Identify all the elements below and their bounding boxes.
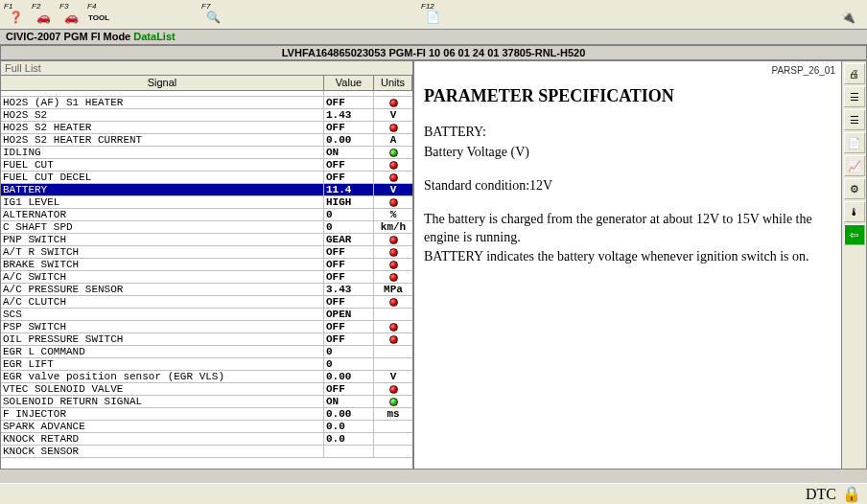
signal-cell: HO2S S2 HEATER CURRENT	[1, 134, 324, 146]
unit-cell	[374, 383, 412, 395]
unit-cell: ms	[374, 408, 412, 420]
signal-cell: A/C SWITCH	[1, 271, 324, 283]
f1-help-button[interactable]: F1❓	[2, 2, 29, 27]
status-dot-icon	[389, 398, 398, 406]
signal-cell: EGR L COMMAND	[1, 346, 324, 357]
f12-button[interactable]: F12📄	[419, 2, 446, 27]
status-dot-icon	[389, 173, 398, 182]
exit-button[interactable]: ⇦	[844, 224, 865, 245]
table-row[interactable]: HO2S S2 HEATEROFF	[1, 122, 412, 134]
table-row[interactable]: VTEC SOLENOID VALVEOFF	[1, 383, 412, 396]
f2-car-button[interactable]: F2🚗	[30, 2, 57, 27]
col-units[interactable]: Units	[374, 76, 412, 90]
signal-cell: C SHAFT SPD	[1, 221, 324, 233]
table-row[interactable]: PNP SWITCHGEAR	[1, 234, 412, 246]
table-row[interactable]: EGR valve position sensor (EGR VLS)0.00V	[1, 371, 412, 383]
table-row[interactable]: PSP SWITCHOFF	[1, 321, 412, 333]
status-dot-icon	[389, 161, 398, 170]
signal-cell: FUEL CUT DECEL	[1, 172, 324, 183]
value-cell: 0	[324, 221, 374, 233]
value-cell: 0.0	[324, 421, 374, 432]
settings-button[interactable]: ⚙	[844, 178, 865, 199]
graph-button[interactable]: 📈	[844, 155, 865, 176]
list2-button[interactable]: ☰	[844, 109, 865, 130]
list-icon: ☰	[850, 91, 859, 103]
table-row[interactable]: OIL PRESSURE SWITCHOFF	[1, 333, 412, 346]
unit-cell	[374, 172, 412, 183]
doc-button[interactable]: 📄	[844, 132, 865, 153]
vin-header: LVHFA164865023053 PGM-FI 10 06 01 24 01 …	[0, 45, 867, 60]
temp-button[interactable]: 🌡	[844, 201, 865, 222]
table-row[interactable]: IDLINGON	[1, 147, 412, 159]
status-dot-icon	[389, 248, 398, 257]
f7-search-button[interactable]: F7🔍	[199, 2, 226, 27]
spec-line: BATTERY:	[424, 124, 835, 142]
lock-icon: 🔒	[842, 485, 861, 503]
table-row[interactable]: A/T R SWITCHOFF	[1, 246, 412, 259]
col-signal[interactable]: Signal	[1, 76, 324, 90]
table-row[interactable]: SPARK ADVANCE0.0	[1, 421, 412, 433]
table-row[interactable]: BATTERY11.4V	[1, 184, 412, 196]
table-row[interactable]: SCSOPEN	[1, 309, 412, 321]
signal-cell: HO2S S2 HEATER	[1, 122, 324, 133]
unit-cell: %	[374, 209, 412, 220]
table-row[interactable]: ALTERNATOR0%	[1, 209, 412, 221]
unit-cell	[374, 246, 412, 258]
table-row[interactable]: C SHAFT SPD0km/h	[1, 221, 412, 234]
signal-cell: BATTERY	[1, 184, 324, 195]
printer-icon: 🖨	[849, 68, 859, 80]
table-row[interactable]: SOLENOID RETURN SIGNALON	[1, 396, 412, 408]
table-row[interactable]: F INJECTOR0.00ms	[1, 408, 412, 421]
f3-car2-button[interactable]: F3🚗	[58, 2, 84, 27]
signal-cell: A/C PRESSURE SENSOR	[1, 284, 324, 295]
unit-cell: V	[374, 184, 412, 195]
col-value[interactable]: Value	[324, 76, 374, 90]
table-row[interactable]: A/C CLUTCHOFF	[1, 296, 412, 309]
unit-cell: MPa	[374, 284, 412, 295]
status-dot-icon	[389, 261, 398, 269]
data-rows[interactable]: HO2S (AF) S1 HEATEROFFHO2S S21.43VHO2S S…	[1, 91, 412, 469]
status-dot-icon	[389, 124, 398, 132]
table-row[interactable]: KNOCK SENSOR	[1, 446, 412, 458]
value-cell: 0.00	[324, 371, 374, 382]
table-row[interactable]: A/C SWITCHOFF	[1, 271, 412, 284]
graph-icon: 📈	[848, 160, 861, 172]
unit-cell	[374, 259, 412, 270]
table-row[interactable]: HO2S S21.43V	[1, 109, 412, 122]
connection-button[interactable]: 🔌	[833, 2, 862, 27]
spec-line: The battery is charged from the generato…	[424, 211, 835, 247]
car-icon: 🚗	[35, 10, 52, 25]
table-row[interactable]: EGR L COMMAND0	[1, 346, 412, 358]
page-icon: 📄	[424, 10, 441, 25]
exit-icon: ⇦	[850, 229, 858, 241]
f4-tool-button[interactable]: F4TOOL	[85, 2, 112, 27]
table-row[interactable]: EGR LIFT0	[1, 358, 412, 371]
value-cell: OFF	[324, 259, 374, 270]
table-row[interactable]: HO2S S2 HEATER CURRENT0.00A	[1, 134, 412, 147]
unit-cell	[374, 147, 412, 158]
bc-mode: Mode	[104, 31, 131, 42]
table-row[interactable]: IG1 LEVELHIGH	[1, 196, 412, 209]
unit-cell	[374, 421, 412, 432]
table-row[interactable]: HO2S (AF) S1 HEATEROFF	[1, 97, 412, 109]
unit-cell	[374, 396, 412, 407]
list1-button[interactable]: ☰	[844, 86, 865, 107]
status-dot-icon	[389, 335, 398, 344]
table-row[interactable]: A/C PRESSURE SENSOR3.43MPa	[1, 284, 412, 296]
table-row[interactable]: FUEL CUTOFF	[1, 159, 412, 172]
table-row[interactable]: KNOCK RETARD0.0	[1, 433, 412, 446]
status-dot-icon	[389, 323, 398, 332]
table-row[interactable]: BRAKE SWITCHOFF	[1, 259, 412, 271]
signal-cell: ALTERNATOR	[1, 209, 324, 220]
unit-cell	[374, 196, 412, 208]
status-dot-icon	[389, 273, 398, 282]
bc-model: CIVIC-2007	[6, 31, 60, 42]
spec-body: BATTERY: Battery Voltage (V) Standard co…	[424, 124, 835, 266]
value-cell: GEAR	[324, 234, 374, 245]
print-button[interactable]: 🖨	[844, 63, 865, 84]
unit-cell	[374, 433, 412, 445]
main-area: Full List Signal Value Units HO2S (AF) S…	[0, 60, 867, 470]
spec-title: PARAMETER SPECIFICATION	[424, 86, 835, 106]
table-row[interactable]: FUEL CUT DECELOFF	[1, 172, 412, 184]
value-cell: OFF	[324, 321, 374, 332]
